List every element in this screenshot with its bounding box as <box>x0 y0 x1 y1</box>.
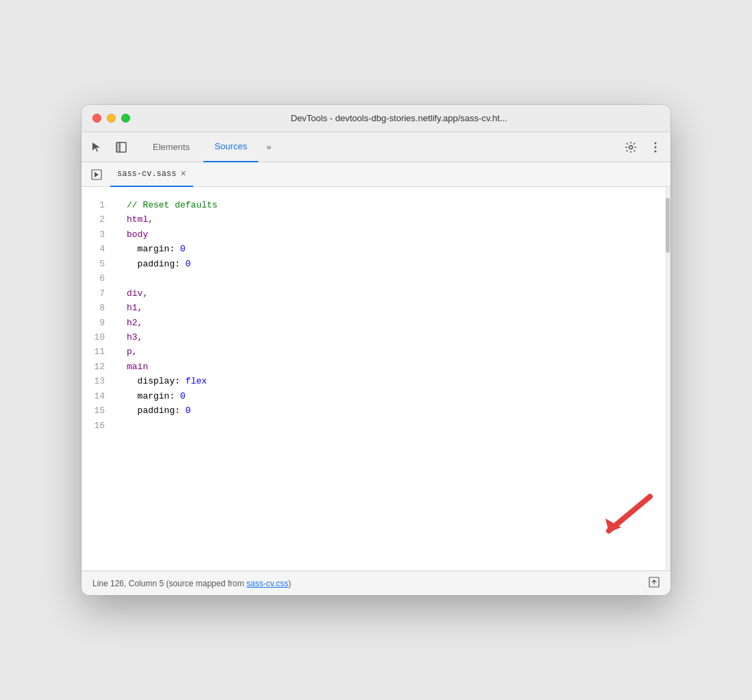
code-line-10: h3, <box>127 330 654 345</box>
status-link[interactable]: sass-cv.css <box>247 579 288 588</box>
window-title: DevTools - devtools-dbg-stories.netlify.… <box>138 113 660 123</box>
line-numbers: 1 2 3 4 5 6 7 8 9 10 11 12 13 14 15 16 <box>82 187 116 571</box>
upload-icon-btn[interactable] <box>649 577 660 590</box>
code-line-7: div, <box>127 286 654 301</box>
cursor-icon-btn[interactable] <box>87 138 106 157</box>
tab-sources[interactable]: Sources <box>203 132 258 162</box>
title-bar: DevTools - devtools-dbg-stories.netlify.… <box>82 105 670 132</box>
tab-elements[interactable]: Elements <box>142 132 201 162</box>
panel-toggle-icon[interactable] <box>87 165 106 184</box>
svg-point-6 <box>655 150 657 152</box>
status-right <box>649 577 660 590</box>
settings-btn[interactable] <box>621 138 640 157</box>
tab-bar-left <box>87 138 131 157</box>
svg-point-4 <box>655 142 657 144</box>
code-line-13: display: flex <box>127 374 654 388</box>
tab-bar: Elements Sources » <box>82 132 670 162</box>
file-tab-name: sass-cv.sass <box>117 169 176 179</box>
code-area: 1 2 3 4 5 6 7 8 9 10 11 12 13 14 15 16 /… <box>82 187 670 571</box>
code-line-8: h1, <box>127 301 654 315</box>
file-tab-sass-cv[interactable]: sass-cv.sass × <box>110 162 193 187</box>
code-line-3: body <box>127 227 654 242</box>
code-line-11: p, <box>127 345 654 359</box>
scrollbar-thumb[interactable] <box>666 198 670 253</box>
code-line-15: padding: 0 <box>127 403 654 418</box>
code-line-14: margin: 0 <box>127 389 654 403</box>
code-line-12: main <box>127 360 654 374</box>
tab-more[interactable]: » <box>261 136 277 158</box>
scrollbar[interactable] <box>665 187 670 571</box>
code-line-9: h2, <box>127 316 654 330</box>
svg-point-3 <box>629 145 633 149</box>
code-line-5: padding: 0 <box>127 257 654 271</box>
tabs: Elements Sources » <box>142 132 621 162</box>
tab-bar-right <box>621 138 665 157</box>
traffic-lights <box>92 114 130 123</box>
status-text: Line 126, Column 5 (source mapped from s… <box>92 579 291 588</box>
code-line-4: margin: 0 <box>127 242 654 256</box>
file-tab-close[interactable]: × <box>180 169 186 179</box>
svg-point-5 <box>655 146 657 148</box>
devtools-window: DevTools - devtools-dbg-stories.netlify.… <box>82 105 670 595</box>
svg-marker-8 <box>95 172 99 177</box>
code-line-2: html, <box>127 212 654 227</box>
code-content: // Reset defaults html, body margin: 0 p… <box>116 187 665 571</box>
file-tab-bar: sass-cv.sass × <box>82 162 670 187</box>
minimize-button[interactable] <box>107 114 116 123</box>
code-line-6 <box>127 271 654 286</box>
code-line-1: // Reset defaults <box>127 198 654 212</box>
code-line-16 <box>127 418 654 433</box>
maximize-button[interactable] <box>121 114 130 123</box>
panel-toggle-btn[interactable] <box>112 138 131 157</box>
more-options-btn[interactable] <box>646 138 665 157</box>
close-button[interactable] <box>92 114 101 123</box>
status-bar: Line 126, Column 5 (source mapped from s… <box>82 571 670 595</box>
